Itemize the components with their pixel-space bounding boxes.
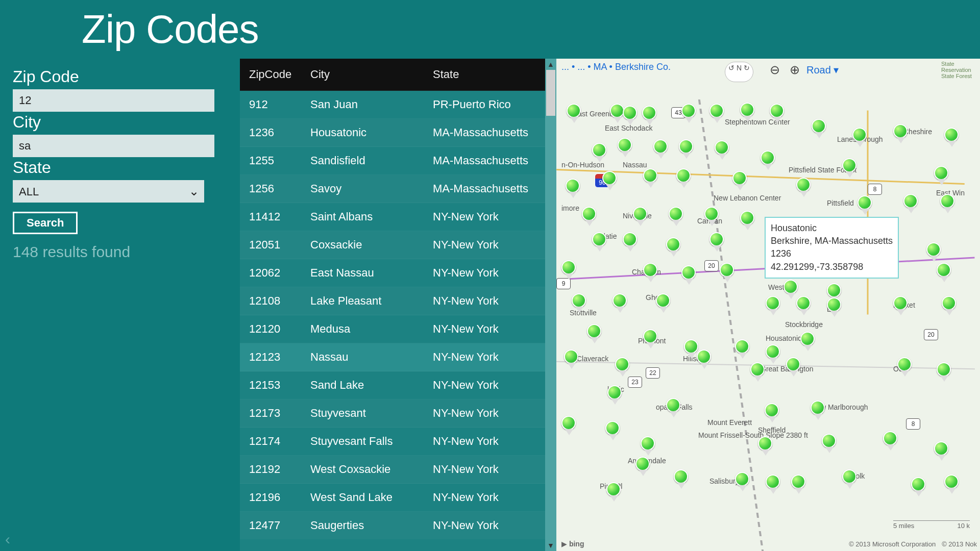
map-pin-icon[interactable] <box>911 477 926 496</box>
map-pin-icon[interactable] <box>822 434 837 453</box>
map-panel[interactable]: ... • ... • MA • Berkshire Co. ↺ N ↻ ⊖ ⊕… <box>556 59 980 551</box>
map-pin-icon[interactable] <box>656 293 671 313</box>
map-pin-icon[interactable] <box>666 237 681 257</box>
map-pin-icon[interactable] <box>842 469 857 489</box>
map-pin-icon[interactable] <box>674 469 689 489</box>
map-pin-icon[interactable] <box>934 441 949 461</box>
map-pin-icon[interactable] <box>827 297 842 317</box>
col-state[interactable]: State <box>424 59 556 91</box>
map-pin-icon[interactable] <box>944 128 960 147</box>
map-pin-icon[interactable] <box>732 171 748 190</box>
map-pin-icon[interactable] <box>592 143 607 162</box>
map-pin-icon[interactable] <box>623 106 638 125</box>
zip-input[interactable] <box>13 89 214 112</box>
map-pin-icon[interactable] <box>602 171 618 190</box>
state-select[interactable]: ALL <box>13 180 204 203</box>
map-pin-icon[interactable] <box>607 385 623 405</box>
map-pin-icon[interactable] <box>615 357 630 377</box>
scroll-up-icon[interactable]: ▲ <box>545 59 556 70</box>
map-pin-icon[interactable] <box>786 357 801 377</box>
map-pin-icon[interactable] <box>633 207 648 226</box>
map-pin-icon[interactable] <box>635 457 651 476</box>
map-pin-icon[interactable] <box>612 293 628 313</box>
map-pin-icon[interactable] <box>735 339 750 359</box>
map-pin-icon[interactable] <box>897 357 913 377</box>
map-pin-icon[interactable] <box>676 168 692 188</box>
map-pin-icon[interactable] <box>812 119 827 138</box>
table-row[interactable]: 12123NassauNY-New York <box>240 343 556 371</box>
map-pin-icon[interactable] <box>842 158 857 178</box>
back-chevron-icon[interactable]: ‹ <box>5 531 10 548</box>
map-pin-icon[interactable] <box>937 263 952 282</box>
map-pin-icon[interactable] <box>796 178 812 197</box>
map-pin-icon[interactable] <box>720 263 735 282</box>
map-pin-icon[interactable] <box>811 400 826 420</box>
table-row[interactable]: 12196West Sand LakeNY-New York <box>240 484 556 512</box>
map-pin-icon[interactable] <box>893 124 909 143</box>
map-pin-icon[interactable] <box>572 293 587 313</box>
map-pin-icon[interactable] <box>643 168 658 188</box>
table-row[interactable]: 11412Saint AlbansNY-New York <box>240 203 556 231</box>
table-row[interactable]: 12192West CoxsackieNY-New York <box>240 456 556 484</box>
map-pin-icon[interactable] <box>681 265 697 285</box>
map-pin-icon[interactable] <box>669 207 684 226</box>
map-pin-icon[interactable] <box>681 104 697 123</box>
map-pin-icon[interactable] <box>606 482 622 502</box>
map-pin-icon[interactable] <box>605 421 621 440</box>
table-row[interactable]: 1256SavoyMA-Massachusetts <box>240 175 556 203</box>
map-viewmode-dropdown[interactable]: Road ▾ <box>806 64 839 76</box>
table-row[interactable]: 12173StuyvesantNY-New York <box>240 399 556 428</box>
map-pin-icon[interactable] <box>761 151 776 170</box>
map-pin-icon[interactable] <box>704 207 720 226</box>
map-pin-icon[interactable] <box>750 362 766 382</box>
map-pin-icon[interactable] <box>893 296 909 315</box>
map-pin-icon[interactable] <box>926 242 942 262</box>
table-row[interactable]: 12051CoxsackieNY-New York <box>240 231 556 259</box>
map-pin-icon[interactable] <box>883 431 898 450</box>
scroll-down-icon[interactable]: ▼ <box>545 540 556 551</box>
map-pin-icon[interactable] <box>641 436 656 456</box>
map-pin-icon[interactable] <box>592 232 607 252</box>
map-pin-icon[interactable] <box>903 194 919 213</box>
table-row[interactable]: 12108Lake PleasantNY-New York <box>240 287 556 315</box>
map-pin-icon[interactable] <box>765 403 780 422</box>
scroll-track[interactable] <box>545 70 556 540</box>
table-row[interactable]: 1236HousatonicMA-Massachusetts <box>240 119 556 147</box>
map-pin-icon[interactable] <box>643 329 658 348</box>
table-row[interactable]: 1255SandisfieldMA-Massachusetts <box>240 147 556 175</box>
map-pin-icon[interactable] <box>642 106 657 125</box>
map-pin-icon[interactable] <box>697 349 712 369</box>
map-pin-icon[interactable] <box>766 474 781 494</box>
map-pin-icon[interactable] <box>942 296 957 315</box>
map-pin-icon[interactable] <box>618 138 633 157</box>
map-pin-icon[interactable] <box>709 104 725 123</box>
table-scrollbar[interactable]: ▲ ▼ <box>545 59 556 551</box>
map-pin-icon[interactable] <box>715 140 730 160</box>
map-pin-icon[interactable] <box>582 207 597 226</box>
map-pin-icon[interactable] <box>643 263 658 282</box>
map-pin-icon[interactable] <box>740 103 755 122</box>
city-input[interactable] <box>13 135 214 157</box>
map-pin-icon[interactable] <box>564 349 579 369</box>
map-pin-icon[interactable] <box>653 139 669 159</box>
map-pin-icon[interactable] <box>770 104 785 123</box>
map-pin-icon[interactable] <box>800 332 816 351</box>
zoom-out-icon[interactable]: ⊖ <box>770 63 780 77</box>
table-row[interactable]: 12153Sand LakeNY-New York <box>240 371 556 399</box>
table-row[interactable]: 12477SaugertiesNY-New York <box>240 512 556 540</box>
map-pin-icon[interactable] <box>561 260 577 280</box>
map-pin-icon[interactable] <box>561 416 577 435</box>
map-pin-icon[interactable] <box>758 436 773 456</box>
map-breadcrumb[interactable]: ... • ... • MA • Berkshire Co. <box>561 62 671 72</box>
map-pin-icon[interactable] <box>940 194 955 213</box>
map-pin-icon[interactable] <box>566 179 581 198</box>
scroll-thumb[interactable] <box>546 70 555 116</box>
map-pin-icon[interactable] <box>791 474 806 494</box>
map-pin-icon[interactable] <box>934 166 949 185</box>
map-pin-icon[interactable] <box>852 128 868 147</box>
map-canvas[interactable]: East GreenbuEast SchodackStephentown Cen… <box>556 79 980 551</box>
map-pin-icon[interactable] <box>709 232 725 252</box>
map-pin-icon[interactable] <box>567 104 582 123</box>
map-pin-icon[interactable] <box>735 472 750 491</box>
map-pin-icon[interactable] <box>857 195 873 215</box>
